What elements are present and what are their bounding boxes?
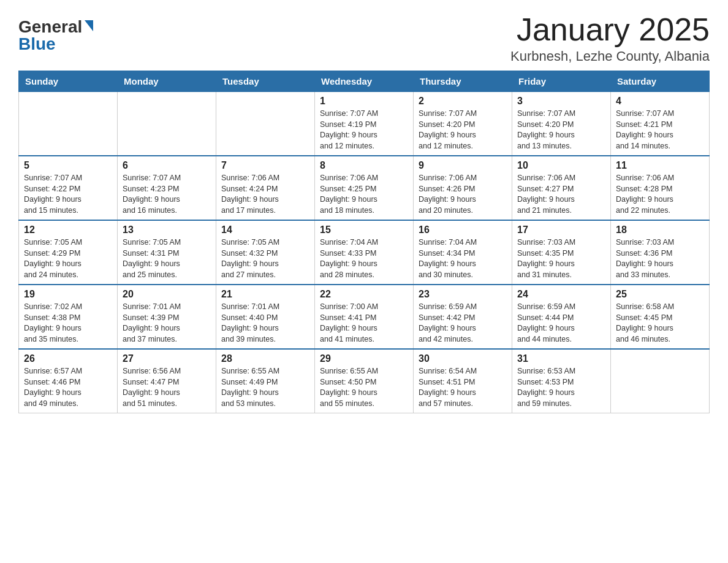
day-info: Sunrise: 7:07 AM Sunset: 4:22 PM Dayligh… xyxy=(24,173,112,216)
day-info: Sunrise: 7:02 AM Sunset: 4:38 PM Dayligh… xyxy=(24,302,112,345)
day-number: 17 xyxy=(517,224,605,236)
day-info: Sunrise: 7:06 AM Sunset: 4:25 PM Dayligh… xyxy=(320,173,408,216)
day-info: Sunrise: 7:00 AM Sunset: 4:41 PM Dayligh… xyxy=(320,302,408,345)
day-number: 8 xyxy=(320,160,408,171)
calendar-cell xyxy=(611,349,710,413)
day-info: Sunrise: 7:05 AM Sunset: 4:31 PM Dayligh… xyxy=(123,237,211,280)
day-number: 18 xyxy=(616,224,704,236)
col-monday: Monday xyxy=(118,71,216,92)
calendar-week-row: 12Sunrise: 7:05 AM Sunset: 4:29 PM Dayli… xyxy=(19,220,710,285)
calendar-cell: 29Sunrise: 6:55 AM Sunset: 4:50 PM Dayli… xyxy=(315,349,414,413)
day-info: Sunrise: 7:06 AM Sunset: 4:26 PM Dayligh… xyxy=(419,173,507,216)
calendar-table: Sunday Monday Tuesday Wednesday Thursday… xyxy=(18,71,710,413)
day-info: Sunrise: 6:54 AM Sunset: 4:51 PM Dayligh… xyxy=(419,366,507,409)
day-info: Sunrise: 6:59 AM Sunset: 4:42 PM Dayligh… xyxy=(419,302,507,345)
day-number: 23 xyxy=(419,289,507,300)
calendar-week-row: 1Sunrise: 7:07 AM Sunset: 4:19 PM Daylig… xyxy=(19,92,710,156)
day-number: 11 xyxy=(616,160,704,171)
calendar-cell: 20Sunrise: 7:01 AM Sunset: 4:39 PM Dayli… xyxy=(118,285,216,349)
day-number: 22 xyxy=(320,289,408,300)
col-tuesday: Tuesday xyxy=(216,71,315,92)
day-number: 14 xyxy=(221,224,309,236)
day-info: Sunrise: 6:55 AM Sunset: 4:50 PM Dayligh… xyxy=(320,366,408,409)
day-number: 15 xyxy=(320,224,408,236)
calendar-cell: 4Sunrise: 7:07 AM Sunset: 4:21 PM Daylig… xyxy=(611,92,710,156)
calendar-cell: 6Sunrise: 7:07 AM Sunset: 4:23 PM Daylig… xyxy=(118,156,216,220)
calendar-week-row: 5Sunrise: 7:07 AM Sunset: 4:22 PM Daylig… xyxy=(19,156,710,220)
calendar-cell xyxy=(19,92,118,156)
day-number: 24 xyxy=(517,289,605,300)
page-header: General Blue January 2025 Kurbnesh, Lezh… xyxy=(18,12,710,64)
day-info: Sunrise: 6:56 AM Sunset: 4:47 PM Dayligh… xyxy=(123,366,211,409)
day-number: 12 xyxy=(24,224,112,236)
calendar-cell: 19Sunrise: 7:02 AM Sunset: 4:38 PM Dayli… xyxy=(19,285,118,349)
day-number: 1 xyxy=(320,96,408,107)
day-number: 19 xyxy=(24,289,112,300)
calendar-cell: 15Sunrise: 7:04 AM Sunset: 4:33 PM Dayli… xyxy=(315,220,414,285)
day-number: 7 xyxy=(221,160,309,171)
calendar-cell: 30Sunrise: 6:54 AM Sunset: 4:51 PM Dayli… xyxy=(414,349,512,413)
day-info: Sunrise: 7:06 AM Sunset: 4:28 PM Dayligh… xyxy=(616,173,704,216)
day-number: 6 xyxy=(123,160,211,171)
calendar-cell: 12Sunrise: 7:05 AM Sunset: 4:29 PM Dayli… xyxy=(19,220,118,285)
calendar-cell: 5Sunrise: 7:07 AM Sunset: 4:22 PM Daylig… xyxy=(19,156,118,220)
day-info: Sunrise: 6:55 AM Sunset: 4:49 PM Dayligh… xyxy=(221,366,309,409)
calendar-week-row: 26Sunrise: 6:57 AM Sunset: 4:46 PM Dayli… xyxy=(19,349,710,413)
day-number: 4 xyxy=(616,96,704,107)
day-number: 26 xyxy=(24,353,112,364)
day-info: Sunrise: 7:04 AM Sunset: 4:33 PM Dayligh… xyxy=(320,237,408,280)
calendar-cell: 1Sunrise: 7:07 AM Sunset: 4:19 PM Daylig… xyxy=(315,92,414,156)
calendar-cell: 17Sunrise: 7:03 AM Sunset: 4:35 PM Dayli… xyxy=(512,220,611,285)
day-number: 27 xyxy=(123,353,211,364)
calendar-cell: 27Sunrise: 6:56 AM Sunset: 4:47 PM Dayli… xyxy=(118,349,216,413)
calendar-cell: 7Sunrise: 7:06 AM Sunset: 4:24 PM Daylig… xyxy=(216,156,315,220)
title-block: January 2025 Kurbnesh, Lezhe County, Alb… xyxy=(510,12,710,64)
col-saturday: Saturday xyxy=(611,71,710,92)
day-number: 10 xyxy=(517,160,605,171)
day-number: 13 xyxy=(123,224,211,236)
calendar-cell: 16Sunrise: 7:04 AM Sunset: 4:34 PM Dayli… xyxy=(414,220,512,285)
day-number: 29 xyxy=(320,353,408,364)
col-thursday: Thursday xyxy=(414,71,512,92)
calendar-cell: 26Sunrise: 6:57 AM Sunset: 4:46 PM Dayli… xyxy=(19,349,118,413)
logo-triangle-icon xyxy=(85,20,93,31)
day-number: 9 xyxy=(419,160,507,171)
calendar-cell xyxy=(216,92,315,156)
day-number: 30 xyxy=(419,353,507,364)
calendar-cell: 9Sunrise: 7:06 AM Sunset: 4:26 PM Daylig… xyxy=(414,156,512,220)
calendar-cell: 10Sunrise: 7:06 AM Sunset: 4:27 PM Dayli… xyxy=(512,156,611,220)
day-info: Sunrise: 7:05 AM Sunset: 4:29 PM Dayligh… xyxy=(24,237,112,280)
calendar-cell: 3Sunrise: 7:07 AM Sunset: 4:20 PM Daylig… xyxy=(512,92,611,156)
calendar-cell: 25Sunrise: 6:58 AM Sunset: 4:45 PM Dayli… xyxy=(611,285,710,349)
day-info: Sunrise: 6:53 AM Sunset: 4:53 PM Dayligh… xyxy=(517,366,605,409)
day-info: Sunrise: 7:07 AM Sunset: 4:23 PM Dayligh… xyxy=(123,173,211,216)
day-info: Sunrise: 6:58 AM Sunset: 4:45 PM Dayligh… xyxy=(616,302,704,345)
day-info: Sunrise: 7:01 AM Sunset: 4:40 PM Dayligh… xyxy=(221,302,309,345)
calendar-cell: 13Sunrise: 7:05 AM Sunset: 4:31 PM Dayli… xyxy=(118,220,216,285)
day-number: 5 xyxy=(24,160,112,171)
logo-general: General xyxy=(18,18,82,36)
calendar-cell: 31Sunrise: 6:53 AM Sunset: 4:53 PM Dayli… xyxy=(512,349,611,413)
day-info: Sunrise: 7:03 AM Sunset: 4:36 PM Dayligh… xyxy=(616,237,704,280)
calendar-cell: 11Sunrise: 7:06 AM Sunset: 4:28 PM Dayli… xyxy=(611,156,710,220)
calendar-cell: 21Sunrise: 7:01 AM Sunset: 4:40 PM Dayli… xyxy=(216,285,315,349)
day-number: 2 xyxy=(419,96,507,107)
day-info: Sunrise: 7:07 AM Sunset: 4:21 PM Dayligh… xyxy=(616,109,704,151)
month-title: January 2025 xyxy=(510,12,710,47)
day-number: 20 xyxy=(123,289,211,300)
day-info: Sunrise: 6:57 AM Sunset: 4:46 PM Dayligh… xyxy=(24,366,112,409)
col-wednesday: Wednesday xyxy=(315,71,414,92)
day-info: Sunrise: 7:04 AM Sunset: 4:34 PM Dayligh… xyxy=(419,237,507,280)
day-number: 16 xyxy=(419,224,507,236)
calendar-cell: 28Sunrise: 6:55 AM Sunset: 4:49 PM Dayli… xyxy=(216,349,315,413)
day-number: 31 xyxy=(517,353,605,364)
day-info: Sunrise: 7:03 AM Sunset: 4:35 PM Dayligh… xyxy=(517,237,605,280)
day-info: Sunrise: 7:01 AM Sunset: 4:39 PM Dayligh… xyxy=(123,302,211,345)
day-number: 25 xyxy=(616,289,704,300)
day-info: Sunrise: 7:07 AM Sunset: 4:20 PM Dayligh… xyxy=(419,109,507,151)
col-friday: Friday xyxy=(512,71,611,92)
column-headers: Sunday Monday Tuesday Wednesday Thursday… xyxy=(19,71,710,92)
calendar-week-row: 19Sunrise: 7:02 AM Sunset: 4:38 PM Dayli… xyxy=(19,285,710,349)
calendar-cell: 2Sunrise: 7:07 AM Sunset: 4:20 PM Daylig… xyxy=(414,92,512,156)
logo-blue: Blue xyxy=(18,36,56,53)
